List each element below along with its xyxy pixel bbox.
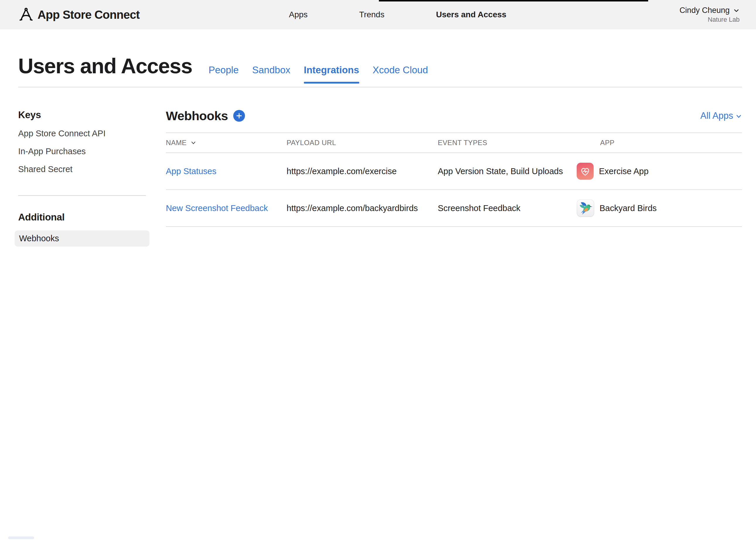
page-header: Users and Access People Sandbox Integrat… — [18, 29, 742, 87]
sidebar-item-webhooks-label: Webhooks — [19, 234, 59, 243]
nav-item-users-and-access[interactable]: Users and Access — [436, 10, 506, 19]
tab-integrations[interactable]: Integrations — [304, 65, 359, 75]
heart-pulse-icon — [577, 163, 594, 180]
event-types-value: App Version State, Build Uploads — [438, 167, 577, 176]
column-header-event-types: EVENT TYPES — [438, 139, 577, 147]
chevron-down-icon — [733, 7, 740, 14]
sidebar-heading-keys: Keys — [18, 109, 149, 121]
primary-nav: Apps Trends Users and Access — [289, 0, 506, 29]
nav-item-trends[interactable]: Trends — [359, 10, 384, 19]
app-name: Backyard Birds — [599, 203, 657, 213]
sidebar: Keys App Store Connect API In-App Purcha… — [18, 87, 149, 246]
webhooks-header-row: Webhooks All Apps — [166, 108, 742, 123]
webhook-name-link[interactable]: App Statuses — [166, 167, 217, 176]
section-tabs: People Sandbox Integrations Xcode Cloud — [209, 65, 428, 75]
payload-url-value: https://example.com/backyardbirds — [286, 203, 438, 213]
page-title: Users and Access — [18, 55, 192, 77]
plus-icon — [236, 113, 242, 119]
all-apps-filter-label: All Apps — [700, 110, 733, 121]
sidebar-item-shared-secret[interactable]: Shared Secret — [18, 164, 149, 174]
brand-title: App Store Connect — [38, 8, 140, 21]
webhook-name-link[interactable]: New Screenshot Feedback — [166, 203, 268, 213]
app-store-connect-page: App Store Connect Apps Trends Users and … — [0, 0, 756, 246]
scrollbar-artifact — [8, 536, 34, 539]
table-row: New Screenshot Feedback https://example.… — [166, 190, 742, 227]
app-name: Exercise App — [599, 167, 648, 176]
webhooks-table: NAME PAYLOAD URL EVENT TYPES APP App Sta… — [166, 133, 742, 227]
app-store-connect-brand[interactable]: App Store Connect — [19, 7, 140, 22]
all-apps-filter[interactable]: All Apps — [700, 110, 742, 121]
tab-xcode-cloud[interactable]: Xcode Cloud — [373, 65, 428, 75]
column-header-payload-url: PAYLOAD URL — [286, 139, 438, 147]
sidebar-heading-additional: Additional — [18, 211, 149, 223]
app-store-connect-logo-icon — [19, 7, 34, 22]
event-types-value: Screenshot Feedback — [438, 203, 577, 213]
sidebar-item-webhooks[interactable]: Webhooks — [15, 230, 150, 246]
webhooks-panel: Webhooks All Apps NAME — [166, 87, 742, 227]
tab-people[interactable]: People — [209, 65, 239, 75]
chevron-down-icon — [735, 113, 742, 120]
account-name: Cindy Cheung — [680, 6, 730, 15]
account-team: Nature Lab — [680, 16, 740, 24]
app-cell: Exercise App — [577, 163, 742, 180]
top-navigation-bar: App Store Connect Apps Trends Users and … — [0, 0, 756, 29]
table-header-row: NAME PAYLOAD URL EVENT TYPES APP — [166, 133, 742, 153]
content-columns: Keys App Store Connect API In-App Purcha… — [18, 87, 742, 246]
webhooks-heading: Webhooks — [166, 108, 228, 123]
payload-url-value: https://example.com/exercise — [286, 167, 438, 176]
column-header-name[interactable]: NAME — [166, 139, 286, 147]
sidebar-item-in-app-purchases[interactable]: In-App Purchases — [18, 146, 149, 156]
sort-chevron-down-icon — [190, 140, 197, 146]
tab-sandbox[interactable]: Sandbox — [252, 65, 290, 75]
page-content: Users and Access People Sandbox Integrat… — [0, 29, 756, 246]
column-header-app: APP — [577, 139, 742, 147]
table-row: App Statuses https://example.com/exercis… — [166, 153, 742, 190]
sidebar-divider — [18, 195, 146, 196]
hummingbird-icon — [577, 200, 594, 217]
account-menu[interactable]: Cindy Cheung Nature Lab — [680, 6, 740, 24]
sidebar-item-app-store-connect-api[interactable]: App Store Connect API — [18, 128, 149, 138]
nav-item-apps[interactable]: Apps — [289, 10, 308, 19]
app-cell: Backyard Birds — [577, 200, 742, 217]
add-webhook-button[interactable] — [233, 110, 245, 122]
